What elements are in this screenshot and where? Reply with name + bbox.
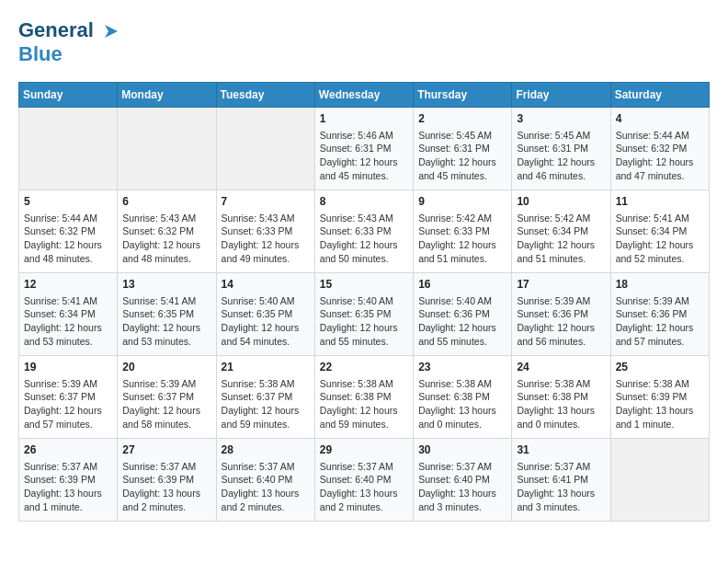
day-info-text: Sunset: 6:35 PM xyxy=(122,307,210,321)
day-info-text: Sunrise: 5:37 AM xyxy=(418,460,506,474)
calendar-cell: 16Sunrise: 5:40 AMSunset: 6:36 PMDayligh… xyxy=(414,272,512,355)
day-info-text: Daylight: 13 hours xyxy=(616,404,704,418)
calendar-cell: 13Sunrise: 5:41 AMSunset: 6:35 PMDayligh… xyxy=(118,272,216,355)
calendar-cell: 8Sunrise: 5:43 AMSunset: 6:33 PMDaylight… xyxy=(314,190,413,272)
day-info-text: Sunrise: 5:39 AM xyxy=(24,377,112,391)
day-info-text: Daylight: 13 hours xyxy=(24,487,112,500)
day-info-text: Daylight: 12 hours xyxy=(320,404,408,418)
day-info-text: Daylight: 12 hours xyxy=(320,321,408,335)
page-header: General Blue xyxy=(18,18,710,67)
calendar-cell xyxy=(610,438,709,521)
day-info-text: Sunset: 6:35 PM xyxy=(320,307,408,321)
calendar-week-row: 1Sunrise: 5:46 AMSunset: 6:31 PMDaylight… xyxy=(19,107,710,190)
day-number: 30 xyxy=(418,442,506,458)
day-info-text: and 56 minutes. xyxy=(517,335,605,349)
day-info-text: Daylight: 12 hours xyxy=(24,404,112,418)
day-number: 18 xyxy=(616,277,704,293)
day-info-text: Sunrise: 5:38 AM xyxy=(616,377,704,391)
day-info-text: Daylight: 12 hours xyxy=(517,238,605,252)
calendar-cell: 25Sunrise: 5:38 AMSunset: 6:39 PMDayligh… xyxy=(610,355,709,438)
calendar-cell: 4Sunrise: 5:44 AMSunset: 6:32 PMDaylight… xyxy=(610,107,709,190)
calendar-cell: 23Sunrise: 5:38 AMSunset: 6:38 PMDayligh… xyxy=(414,355,512,438)
day-number: 3 xyxy=(517,111,605,127)
day-info-text: Daylight: 13 hours xyxy=(320,487,408,500)
day-info-text: and 1 minute. xyxy=(616,418,704,431)
day-info-text: Sunset: 6:31 PM xyxy=(418,142,506,155)
day-info-text: Sunrise: 5:37 AM xyxy=(122,460,210,474)
day-info-text: Daylight: 12 hours xyxy=(122,238,210,252)
day-number: 16 xyxy=(418,277,506,293)
day-info-text: and 2 minutes. xyxy=(320,500,408,514)
calendar-cell xyxy=(118,107,216,190)
calendar-cell: 30Sunrise: 5:37 AMSunset: 6:40 PMDayligh… xyxy=(414,438,512,521)
day-info-text: and 2 minutes. xyxy=(122,500,210,514)
day-info-text: Sunset: 6:38 PM xyxy=(320,390,408,404)
day-info-text: and 3 minutes. xyxy=(517,500,605,514)
day-info-text: Sunset: 6:35 PM xyxy=(222,307,310,321)
day-number: 1 xyxy=(320,111,408,127)
day-of-week-header: Sunday xyxy=(19,82,118,107)
day-number: 28 xyxy=(222,442,310,458)
day-info-text: Sunrise: 5:42 AM xyxy=(418,212,506,225)
day-info-text: Sunrise: 5:45 AM xyxy=(517,129,605,143)
day-info-text: Sunrise: 5:40 AM xyxy=(222,294,310,308)
day-info-text: Sunrise: 5:39 AM xyxy=(616,294,704,308)
day-info-text: Sunrise: 5:45 AM xyxy=(418,129,506,143)
calendar-cell: 2Sunrise: 5:45 AMSunset: 6:31 PMDaylight… xyxy=(414,107,512,190)
calendar-cell: 20Sunrise: 5:39 AMSunset: 6:37 PMDayligh… xyxy=(118,355,216,438)
calendar-cell: 31Sunrise: 5:37 AMSunset: 6:41 PMDayligh… xyxy=(512,438,610,521)
day-number: 23 xyxy=(418,360,506,375)
day-number: 14 xyxy=(222,277,310,293)
day-info-text: Sunrise: 5:40 AM xyxy=(320,294,408,308)
day-of-week-header: Friday xyxy=(512,82,610,107)
day-info-text: Sunset: 6:39 PM xyxy=(122,473,210,487)
day-info-text: Daylight: 13 hours xyxy=(418,404,506,418)
day-info-text: Daylight: 12 hours xyxy=(517,155,605,169)
day-info-text: and 55 minutes. xyxy=(418,335,506,349)
day-info-text: and 47 minutes. xyxy=(616,169,704,183)
day-info-text: Sunset: 6:38 PM xyxy=(517,390,605,404)
day-info-text: Sunrise: 5:46 AM xyxy=(320,129,408,143)
day-info-text: and 53 minutes. xyxy=(24,335,112,349)
day-info-text: Daylight: 12 hours xyxy=(320,155,408,169)
day-info-text: Daylight: 12 hours xyxy=(418,321,506,335)
day-number: 31 xyxy=(517,442,605,458)
day-info-text: Daylight: 12 hours xyxy=(616,155,704,169)
day-number: 15 xyxy=(320,277,408,293)
calendar-cell: 15Sunrise: 5:40 AMSunset: 6:35 PMDayligh… xyxy=(314,272,413,355)
day-of-week-header: Monday xyxy=(118,82,216,107)
calendar-cell: 10Sunrise: 5:42 AMSunset: 6:34 PMDayligh… xyxy=(512,190,610,272)
day-number: 22 xyxy=(320,360,408,375)
calendar-cell: 6Sunrise: 5:43 AMSunset: 6:32 PMDaylight… xyxy=(118,190,216,272)
day-info-text: and 55 minutes. xyxy=(320,335,408,349)
day-info-text: Sunrise: 5:37 AM xyxy=(222,460,310,474)
day-number: 13 xyxy=(122,277,210,293)
day-info-text: and 58 minutes. xyxy=(122,418,210,431)
day-info-text: Sunset: 6:33 PM xyxy=(320,224,408,238)
calendar-cell: 24Sunrise: 5:38 AMSunset: 6:38 PMDayligh… xyxy=(512,355,610,438)
day-info-text: Daylight: 12 hours xyxy=(616,238,704,252)
day-info-text: Sunset: 6:31 PM xyxy=(320,142,408,155)
calendar-header-row: SundayMondayTuesdayWednesdayThursdayFrid… xyxy=(19,82,710,107)
day-info-text: and 48 minutes. xyxy=(122,252,210,266)
day-info-text: and 0 minutes. xyxy=(517,418,605,431)
day-info-text: Sunrise: 5:38 AM xyxy=(222,377,310,391)
day-info-text: Sunset: 6:38 PM xyxy=(418,390,506,404)
day-info-text: Sunset: 6:40 PM xyxy=(418,473,506,487)
day-info-text: Sunrise: 5:41 AM xyxy=(122,294,210,308)
day-number: 25 xyxy=(616,360,704,375)
calendar-week-row: 5Sunrise: 5:44 AMSunset: 6:32 PMDaylight… xyxy=(19,190,710,272)
logo-blue: Blue xyxy=(18,42,121,66)
day-info-text: Sunset: 6:34 PM xyxy=(517,224,605,238)
calendar-cell: 22Sunrise: 5:38 AMSunset: 6:38 PMDayligh… xyxy=(314,355,413,438)
calendar-table: SundayMondayTuesdayWednesdayThursdayFrid… xyxy=(18,82,710,522)
calendar-cell: 11Sunrise: 5:41 AMSunset: 6:34 PMDayligh… xyxy=(610,190,709,272)
day-info-text: and 57 minutes. xyxy=(616,335,704,349)
day-info-text: Sunset: 6:32 PM xyxy=(24,224,112,238)
day-info-text: and 50 minutes. xyxy=(320,252,408,266)
calendar-cell: 14Sunrise: 5:40 AMSunset: 6:35 PMDayligh… xyxy=(216,272,314,355)
day-info-text: Daylight: 13 hours xyxy=(122,487,210,500)
day-info-text: Sunset: 6:36 PM xyxy=(616,307,704,321)
calendar-week-row: 12Sunrise: 5:41 AMSunset: 6:34 PMDayligh… xyxy=(19,272,710,355)
day-info-text: and 57 minutes. xyxy=(24,418,112,431)
